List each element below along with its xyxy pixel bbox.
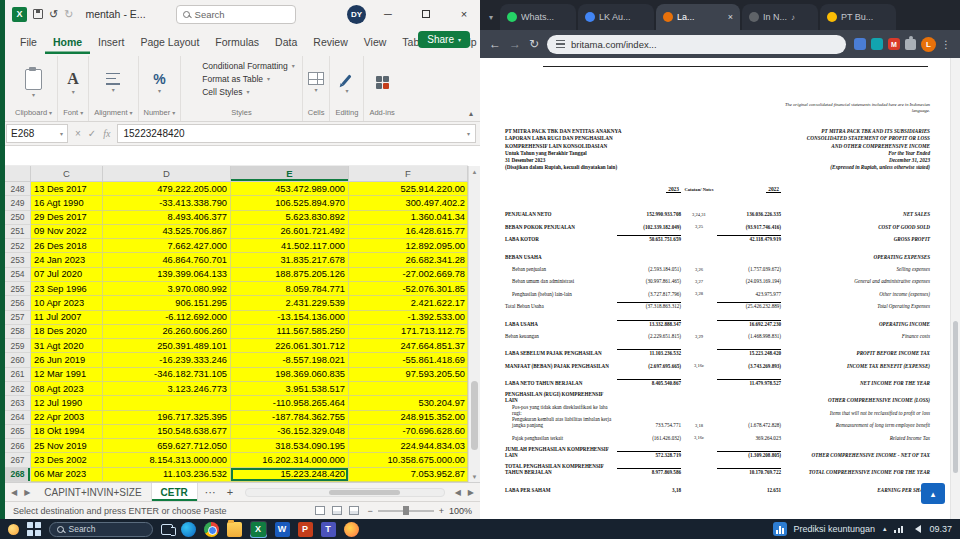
style-menu-button[interactable]: Conditional Formatting▾ [186, 59, 297, 72]
row-header[interactable]: 262 [5, 382, 31, 396]
cell-col-d[interactable]: -16.239.333.246 [103, 353, 231, 367]
cell-col-e[interactable]: 106.525.894.970 [231, 196, 349, 210]
cell-col-f[interactable]: 12.892.095.00 [349, 239, 468, 253]
cell-col-e[interactable]: 318.534.090.195 [231, 439, 349, 453]
cell-col-d[interactable]: 250.391.489.101 [103, 339, 231, 353]
file-explorer-icon[interactable] [227, 522, 242, 537]
cell-col-d[interactable]: 196.717.325.395 [103, 411, 231, 425]
column-header[interactable]: E [231, 166, 349, 181]
back-icon[interactable]: ← [489, 38, 501, 50]
cell-col-f[interactable]: 10.358.675.000.00 [349, 453, 468, 467]
row-header[interactable]: 255 [5, 282, 31, 296]
page-scroll-thumb[interactable] [953, 321, 958, 473]
cell-date[interactable]: 23 Sep 1996 [31, 282, 103, 296]
browser-tab[interactable]: La... ♪ × [656, 4, 740, 30]
cell-col-e[interactable]: 188.875.205.126 [231, 268, 349, 282]
font-button[interactable]: A▾ [67, 59, 79, 106]
cell-date[interactable]: 13 Des 2017 [31, 182, 103, 196]
editing-button[interactable]: ▾ [345, 59, 348, 106]
cell-col-e[interactable]: 226.061.301.712 [231, 339, 349, 353]
clock[interactable]: 09.37 [929, 524, 952, 534]
profile-avatar[interactable]: L [921, 37, 936, 52]
row-header[interactable]: 264 [5, 411, 31, 425]
browser-tab[interactable]: LK Au... ♪ × [578, 4, 654, 30]
ribbon-tab[interactable]: Insert [90, 31, 132, 54]
cell-col-f[interactable] [349, 382, 468, 396]
tab-search-chevron-icon[interactable]: ▾ [484, 13, 498, 30]
cell-col-f[interactable]: 16.428.615.77 [349, 225, 468, 239]
cell-col-d[interactable]: 139.399.064.133 [103, 268, 231, 282]
cell-col-e[interactable]: 3.951.538.517 [231, 382, 349, 396]
cell-date[interactable]: 16 Agt 1990 [31, 196, 103, 210]
start-button[interactable] [27, 522, 41, 536]
cell-date[interactable]: 23 Des 2002 [31, 453, 103, 467]
volume-icon[interactable] [911, 525, 921, 533]
forward-icon[interactable]: → [509, 38, 521, 50]
ribbon-tab[interactable]: Formulas [207, 31, 267, 54]
extensions-puzzle-icon[interactable] [905, 39, 916, 50]
firefox-icon[interactable] [344, 522, 359, 537]
redo-icon[interactable]: ↻ [64, 9, 73, 20]
tab-close-icon[interactable]: × [728, 12, 733, 22]
row-header[interactable]: 258 [5, 325, 31, 339]
cell-col-f[interactable]: 247.664.851.37 [349, 339, 468, 353]
cell-col-f[interactable]: 97.593.205.50 [349, 368, 468, 382]
cell-col-e[interactable]: 2.431.229.539 [231, 296, 349, 310]
vertical-scrollbar[interactable]: ▲ ▼ [468, 166, 480, 482]
cell-date[interactable]: 18 Des 2020 [31, 325, 103, 339]
page-break-view-icon[interactable] [349, 506, 359, 515]
row-header[interactable]: 253 [5, 253, 31, 267]
style-menu-button[interactable]: Format as Table▾ [186, 72, 272, 85]
zoom-out-icon[interactable]: − [367, 506, 372, 516]
alignment-button[interactable]: ▾ [106, 59, 120, 106]
cell-col-d[interactable]: 150.548.638.677 [103, 425, 231, 439]
edge-icon[interactable] [181, 522, 196, 537]
news-widget[interactable]: Prediksi keuntungan [773, 522, 875, 536]
row-header[interactable]: 249 [5, 196, 31, 210]
site-settings-icon[interactable] [556, 40, 565, 48]
ribbon-tab[interactable]: Data [267, 31, 305, 54]
row-header[interactable]: 250 [5, 211, 31, 225]
sheet-menu-icon[interactable]: ⋯ [201, 486, 220, 499]
cell-col-d[interactable]: 3.970.080.992 [103, 282, 231, 296]
minimize-button[interactable]: ─ [372, 0, 404, 28]
cell-col-f[interactable]: 300.497.402.2 [349, 196, 468, 210]
zoom-level[interactable]: 100% [449, 506, 472, 516]
cell-col-f[interactable]: -70.696.628.60 [349, 425, 468, 439]
cell-col-f[interactable]: 1.360.041.34 [349, 211, 468, 225]
ribbon-tab[interactable]: View [356, 31, 395, 54]
chrome-icon[interactable] [204, 522, 219, 537]
zoom-slider[interactable] [378, 510, 434, 512]
teams-icon[interactable]: T [321, 522, 336, 537]
row-header[interactable]: 261 [5, 368, 31, 382]
row-header[interactable]: 256 [5, 296, 31, 310]
save-icon[interactable] [33, 9, 43, 19]
row-header[interactable]: 260 [5, 353, 31, 367]
number-format-button[interactable]: %▾ [153, 59, 165, 106]
refresh-icon[interactable]: ↻ [529, 38, 539, 50]
hscroll-right-icon[interactable]: ▶ [466, 488, 476, 497]
scroll-down-arrow[interactable]: ▼ [469, 471, 480, 482]
cell-col-f[interactable]: 525.914.220.00 [349, 182, 468, 196]
cell-col-e[interactable]: -110.958.265.464 [231, 396, 349, 410]
row-header[interactable]: 266 [5, 439, 31, 453]
column-header[interactable]: D [103, 166, 231, 181]
sheet-nav-right-icon[interactable]: ▶ [22, 488, 32, 497]
hidden-icons-chevron[interactable]: ▴ [883, 525, 887, 533]
row-header[interactable]: 252 [5, 239, 31, 253]
task-view-icon[interactable] [161, 524, 173, 535]
hscroll-left-icon[interactable]: ◀ [453, 488, 463, 497]
cell-col-e[interactable]: -8.557.198.021 [231, 353, 349, 367]
cell-col-f[interactable]: -27.002.669.78 [349, 268, 468, 282]
taskbar-search[interactable]: Search [49, 522, 153, 537]
cell-date[interactable]: 09 Nov 2022 [31, 225, 103, 239]
cell-col-d[interactable]: -346.182.731.105 [103, 368, 231, 382]
cell-col-d[interactable]: 11.103.236.532 [103, 468, 231, 482]
cell-col-e[interactable]: 31.835.217.678 [231, 253, 349, 267]
cell-col-d[interactable]: -33.413.338.790 [103, 196, 231, 210]
cell-col-e[interactable]: 16.202.314.000.000 [231, 453, 349, 467]
column-header[interactable]: F [349, 166, 468, 181]
cell-col-f[interactable]: 26.682.341.28 [349, 253, 468, 267]
cell-col-d[interactable]: -6.112.692.000 [103, 311, 231, 325]
collapse-ribbon-icon[interactable]: ▴ [469, 109, 473, 118]
